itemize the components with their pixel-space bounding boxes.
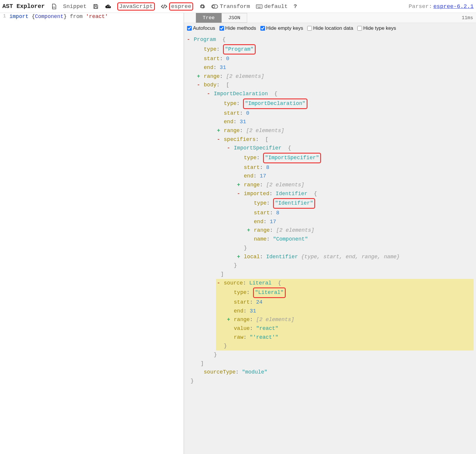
code-line: import {Component} from 'react': [0, 13, 184, 19]
code-file-icon: [51, 3, 57, 10]
toggle-expand[interactable]: +: [237, 253, 241, 261]
opt-autofocus[interactable]: Autofocus: [187, 25, 215, 31]
output-tabs: Tree JSON 11ms: [184, 13, 476, 23]
main-split: 1 import {Component} from 'react' Tree J…: [0, 13, 476, 454]
help-label: ?: [294, 3, 297, 10]
toggle-expand[interactable]: +: [227, 315, 231, 324]
line-number: 1: [0, 13, 8, 19]
toggle-collapse[interactable]: -: [237, 190, 241, 198]
node-name[interactable]: Program: [194, 37, 216, 42]
opt-hide-empty-checkbox[interactable]: [260, 26, 265, 31]
opt-hide-empty[interactable]: Hide empty keys: [260, 25, 303, 31]
parser-selector[interactable]: espree: [158, 1, 196, 12]
snippet-menu[interactable]: Snippet: [61, 2, 89, 11]
node-name[interactable]: Identifier: [266, 254, 298, 260]
opt-hide-location-checkbox[interactable]: [307, 26, 312, 31]
toggle-collapse[interactable]: -: [206, 90, 211, 98]
transform-toggle[interactable]: Transform: [209, 2, 252, 11]
toggle-collapse[interactable]: -: [227, 144, 231, 153]
toggle-expand[interactable]: +: [216, 126, 221, 135]
toggle-icon: [211, 3, 218, 10]
svg-rect-1: [95, 6, 97, 8]
opt-hide-methods-checkbox[interactable]: [219, 26, 224, 31]
toolbar: AST Explorer Snippet JavaScript espree: [0, 0, 476, 13]
code-editor[interactable]: 1 import {Component} from 'react': [0, 13, 184, 454]
snippet-new-button[interactable]: [48, 2, 60, 11]
node-program[interactable]: - Program { type: "Program" start: 0 end…: [186, 35, 474, 386]
toggle-collapse[interactable]: -: [196, 81, 201, 90]
opt-autofocus-checkbox[interactable]: [187, 26, 192, 31]
keymap-label: default: [264, 3, 288, 10]
help-button[interactable]: ?: [291, 2, 299, 11]
app-title: AST Explorer: [2, 3, 47, 10]
node-name[interactable]: ImportSpecifier: [234, 145, 282, 151]
save-button[interactable]: [90, 2, 101, 11]
node-name[interactable]: Identifier: [276, 191, 308, 197]
toggle-expand[interactable]: +: [247, 226, 251, 235]
node-import-specifier[interactable]: - ImportSpecifier { type: "ImportSpecifi…: [227, 144, 474, 270]
node-import-declaration[interactable]: - ImportDeclaration { type: "ImportDecla…: [206, 90, 474, 359]
language-selector[interactable]: JavaScript: [115, 1, 157, 12]
toggle-expand[interactable]: +: [237, 181, 241, 190]
ast-tree[interactable]: - Program { type: "Program" start: 0 end…: [184, 34, 476, 454]
svg-rect-4: [256, 4, 262, 8]
toggle-collapse[interactable]: -: [216, 279, 221, 288]
gear-icon: [199, 3, 206, 10]
parser-settings-button[interactable]: [197, 2, 208, 11]
opt-hide-location[interactable]: Hide location data: [307, 25, 353, 31]
transform-label: Transform: [220, 3, 250, 10]
highlighted-node: - source: Literal { type: "Literal" star…: [216, 279, 474, 351]
tab-tree[interactable]: Tree: [196, 13, 222, 23]
toggle-collapse[interactable]: -: [186, 35, 191, 44]
opt-hide-type[interactable]: Hide type keys: [357, 25, 396, 31]
parser-label: espree: [169, 2, 193, 11]
node-name[interactable]: Literal: [249, 280, 272, 286]
code-icon: [161, 3, 167, 10]
svg-rect-0: [95, 4, 97, 6]
output-panel: Tree JSON 11ms Autofocus Hide methods Hi…: [184, 13, 476, 454]
svg-point-3: [212, 5, 215, 7]
parser-version-label: Parser:: [409, 3, 432, 10]
opt-hide-type-checkbox[interactable]: [357, 26, 362, 31]
opt-hide-methods[interactable]: Hide methods: [219, 25, 256, 31]
snippet-label: Snippet: [63, 3, 87, 10]
cloud-icon: [105, 3, 111, 10]
parse-timing: 11ms: [462, 15, 476, 21]
language-label: JavaScript: [117, 2, 155, 11]
tab-json[interactable]: JSON: [222, 13, 247, 23]
cloud-button[interactable]: [103, 2, 114, 11]
keymap-selector[interactable]: default: [254, 2, 290, 11]
toggle-collapse[interactable]: -: [216, 135, 221, 144]
node-name[interactable]: ImportDeclaration: [214, 91, 268, 97]
toggle-expand[interactable]: +: [196, 72, 201, 81]
save-icon: [92, 3, 99, 10]
parser-version-link[interactable]: espree-6.2.1: [433, 3, 474, 10]
keyboard-icon: [256, 3, 262, 10]
tree-options: Autofocus Hide methods Hide empty keys H…: [184, 23, 476, 34]
